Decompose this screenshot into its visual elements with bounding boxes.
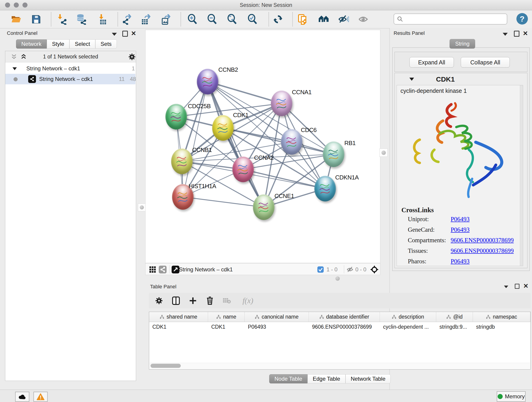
tab-string[interactable]: String (450, 39, 475, 49)
tab-node-table[interactable]: Node Table (269, 374, 307, 383)
help-button[interactable]: ? (516, 13, 528, 25)
tab-style[interactable]: Style (47, 39, 70, 49)
network-node-cdk1[interactable] (212, 115, 234, 141)
table-panel-float-icon[interactable] (514, 283, 520, 289)
column-header-database-identifier[interactable]: database identifier (309, 312, 380, 322)
network-edge[interactable] (183, 197, 264, 207)
fit-selected-button[interactable] (370, 265, 379, 274)
network-view-canvas[interactable]: CCNB2CCNA1CDC25BCDK1CDC6RB1CCNB1CCNA2CDK… (145, 30, 380, 263)
tab-network-table[interactable]: Network Table (346, 374, 391, 383)
network-node-ccna2[interactable] (232, 157, 254, 182)
network-style-button[interactable] (158, 265, 167, 274)
import-network-button[interactable] (56, 13, 68, 25)
tree-expander-icon[interactable] (12, 67, 17, 70)
cell-name[interactable]: CDK1 (208, 322, 245, 332)
results-panel-collapse-icon[interactable] (502, 31, 508, 37)
results-panel-close-icon[interactable]: ✕ (522, 31, 528, 36)
left-splitter-grip[interactable] (138, 204, 146, 211)
hide-selected-button[interactable] (338, 13, 349, 25)
duplicate-network-button[interactable] (298, 13, 309, 25)
crosslink-label: Tissues: (408, 247, 428, 254)
network-node-cdkn1a[interactable] (314, 176, 336, 201)
first-neighbors-button[interactable] (318, 13, 329, 25)
table-panel-collapse-icon[interactable] (503, 284, 509, 290)
column-header-canonical-name[interactable]: canonical name (245, 312, 309, 322)
crosslink-link[interactable]: 9606.ENSP00000378699 (451, 237, 514, 244)
show-columns-button[interactable] (171, 296, 181, 306)
section-expander-icon[interactable] (409, 77, 414, 81)
tab-sets[interactable]: Sets (95, 39, 117, 49)
export-network-button[interactable] (121, 13, 133, 25)
birds-eye-view-button[interactable] (171, 265, 180, 274)
expand-all-button[interactable]: Expand All (409, 57, 454, 68)
network-options-gear-icon[interactable] (128, 53, 136, 61)
table-row[interactable]: CDK1CDK1P064939606.ENSP00000378699cyclin… (149, 322, 530, 332)
table-options-button[interactable] (154, 296, 164, 306)
cell-shared-name[interactable]: CDK1 (149, 322, 208, 332)
crosslink-link[interactable]: P06493 (451, 258, 470, 265)
network-edge[interactable] (208, 82, 282, 103)
network-node-ccna1[interactable] (271, 90, 292, 116)
protein-structure-image (404, 98, 511, 199)
export-image-button[interactable] (160, 13, 172, 25)
control-panel-float-icon[interactable] (122, 31, 128, 37)
table-panel-close-icon[interactable]: ✕ (523, 283, 529, 289)
selected-checkbox[interactable] (317, 266, 324, 273)
cell--id[interactable]: stringdb:9... (436, 322, 473, 332)
control-panel-close-icon[interactable]: ✕ (131, 31, 137, 36)
crosslink-link[interactable]: P06493 (451, 216, 470, 223)
column-header-namespac[interactable]: namespac (473, 312, 530, 322)
gene-section-header[interactable]: CDK1 (395, 73, 527, 85)
title-bar: Session: New Session (0, 0, 532, 10)
delete-column-button[interactable] (205, 296, 215, 306)
column-header-name[interactable]: name (208, 312, 245, 322)
tab-select[interactable]: Select (70, 39, 95, 49)
cell-description[interactable]: cyclin-dependent ... (380, 322, 436, 332)
zoom-in-button[interactable] (187, 13, 198, 25)
cell-namespac[interactable]: stringdb (473, 322, 530, 332)
results-scrollbar[interactable] (520, 85, 523, 266)
import-table-button[interactable] (96, 13, 108, 25)
zoom-out-button[interactable] (206, 13, 218, 25)
network-node-ccnb2[interactable] (197, 69, 218, 95)
crosslink-link[interactable]: 9606.ENSP00000378699 (451, 247, 514, 254)
scrollbar-thumb[interactable] (151, 364, 181, 368)
memory-button[interactable]: Memory (497, 391, 526, 402)
warnings-button[interactable] (33, 392, 48, 402)
column-header-shared-name[interactable]: shared name (149, 312, 208, 322)
network-node-cdc25b[interactable] (165, 104, 187, 129)
network-row[interactable]: String Network – cdk1 11 48 (5, 74, 135, 84)
network-node-ccnb1[interactable] (171, 148, 193, 174)
zoom-fit-button[interactable] (226, 13, 238, 25)
network-node-cdc6[interactable] (281, 129, 302, 155)
column-header-description[interactable]: description (380, 312, 436, 322)
search-input[interactable] (403, 16, 500, 22)
cell-canonical-name[interactable]: P06493 (245, 322, 309, 332)
export-table-button[interactable] (140, 13, 152, 25)
crosslink-link[interactable]: P06493 (451, 226, 470, 233)
network-collection-row[interactable]: String Network – cdk1 1 (5, 63, 135, 74)
table-horizontal-scrollbar[interactable] (150, 363, 530, 369)
show-all-button[interactable] (357, 13, 369, 25)
horizontal-splitter-grip[interactable] (336, 276, 340, 281)
import-network-from-database-button[interactable] (76, 13, 87, 25)
tab-edge-table[interactable]: Edge Table (307, 374, 346, 383)
apply-layout-button[interactable] (272, 13, 284, 25)
network-edge[interactable] (243, 169, 325, 189)
grid-view-button[interactable] (148, 265, 157, 274)
network-edge[interactable] (183, 82, 208, 197)
cloud-status-button[interactable] (15, 392, 29, 402)
open-session-button[interactable] (10, 13, 22, 25)
cell-database-identifier[interactable]: 9606.ENSP00000378699 (309, 322, 380, 332)
right-splitter-grip[interactable] (380, 148, 388, 157)
collapse-all-button[interactable]: Collapse All (461, 57, 510, 68)
create-column-button[interactable] (188, 296, 198, 306)
zoom-selected-button[interactable] (247, 13, 258, 25)
column-header--id[interactable]: @id (436, 312, 473, 322)
tab-network[interactable]: Network (16, 39, 47, 49)
network-node-ccne1[interactable] (253, 194, 274, 220)
save-session-button[interactable] (31, 13, 42, 25)
control-panel-collapse-icon[interactable] (111, 31, 117, 37)
results-panel-float-icon[interactable] (514, 31, 520, 37)
network-node-rb1[interactable] (323, 141, 344, 167)
